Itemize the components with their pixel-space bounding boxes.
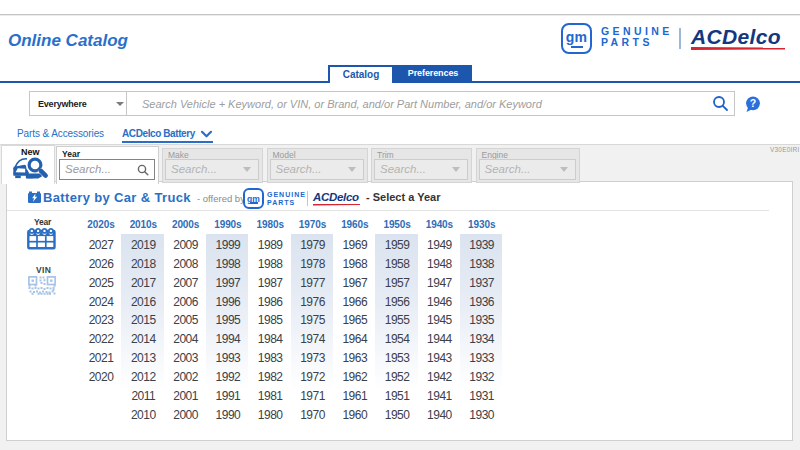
svg-text:?: ?	[750, 97, 756, 109]
